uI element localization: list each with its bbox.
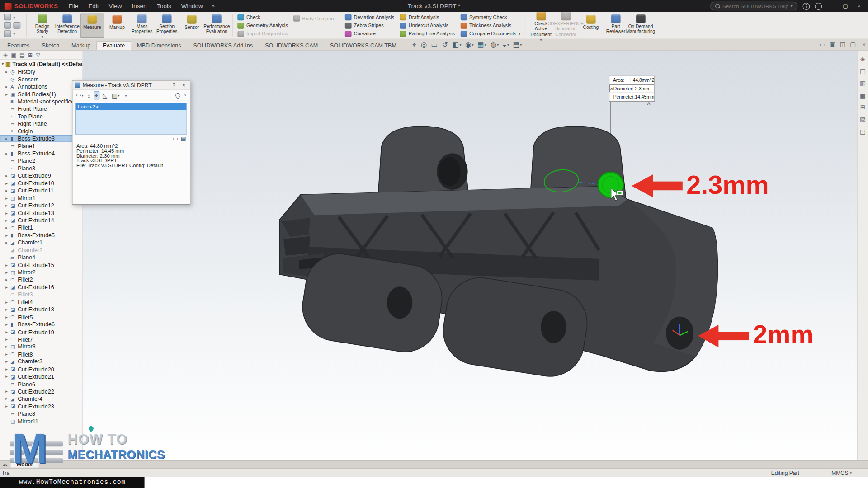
expand-arrow-icon[interactable]: ▸ — [5, 218, 10, 223]
tree-item[interactable]: ▸ ◪ Cut-Extrude21 — [0, 373, 82, 380]
pin-icon[interactable] — [175, 92, 182, 99]
view-tool-icon[interactable]: ↺ — [442, 42, 448, 48]
view-tool-icon[interactable]: ▦▾ — [477, 42, 486, 48]
task-pane-icon[interactable]: ▧ — [860, 116, 866, 123]
ribbon-button[interactable]: Mass Properties — [130, 13, 154, 38]
ribbon-small-button[interactable]: Symmetry Check — [460, 14, 520, 21]
view-tool-icon[interactable]: ▤▾ — [513, 42, 522, 48]
tree-item[interactable]: ⌖ Origin — [0, 127, 82, 135]
maximize-button[interactable]: ▢ — [841, 0, 850, 12]
tree-toolbar-icon[interactable]: ▤ — [19, 52, 25, 58]
measure-tool-icon[interactable]: ▥▾ — [111, 91, 121, 99]
ribbon-button[interactable]: Section Properties — [155, 13, 179, 38]
window-layout-icon[interactable]: ▭ — [820, 41, 826, 48]
expand-arrow-icon[interactable]: ▸ — [5, 300, 10, 305]
callout-collapse-icon[interactable]: ^ — [647, 101, 650, 107]
command-tab[interactable]: Evaluate — [97, 41, 131, 51]
expand-arrow-icon[interactable]: ▸ — [5, 240, 10, 245]
ribbon-small-button[interactable]: Body Compare — [293, 15, 335, 22]
expand-arrow-icon[interactable]: ▸ — [5, 404, 10, 409]
save-icon[interactable] — [13, 22, 20, 29]
tree-item[interactable]: ▱ Plane3 — [0, 165, 82, 172]
measure-tool-icon[interactable]: ◠▾ — [75, 91, 85, 99]
expand-arrow-icon[interactable]: ▸ — [5, 396, 10, 401]
expand-arrow-icon[interactable]: ▸ — [5, 69, 10, 74]
close-button[interactable]: × — [855, 0, 864, 12]
command-tab[interactable]: Features — [1, 41, 36, 51]
expand-arrow-icon[interactable]: ▸ — [5, 181, 10, 186]
ribbon-small-button[interactable]: Geometry Analysis — [237, 22, 288, 29]
tree-item[interactable]: ▸ ◢ Chamfer1 — [0, 239, 82, 246]
command-tab[interactable]: SOLIDWORKS CAM TBM — [324, 41, 403, 51]
ribbon-button[interactable]: Measure — [80, 13, 104, 38]
ribbon-small-button[interactable]: Draft Analysis — [400, 14, 455, 21]
dialog-help-icon[interactable]: ? — [170, 82, 178, 88]
ribbon-button[interactable]: Design Study ▾ — [30, 13, 54, 38]
expand-arrow-icon[interactable]: ▸ — [5, 151, 10, 156]
expand-arrow-icon[interactable]: ▸ — [5, 211, 10, 216]
tree-item[interactable]: ▱ Front Plane — [0, 105, 82, 113]
expand-arrow-icon[interactable]: ▸ — [5, 233, 10, 238]
expand-arrow-icon[interactable]: ▸ — [5, 203, 10, 208]
expand-arrow-icon[interactable]: ▸ — [5, 136, 10, 141]
expand-arrow-icon[interactable]: ▸ — [5, 329, 10, 334]
tab-scroll-arrows[interactable]: ◂ ▸ — [0, 463, 10, 468]
view-tool-icon[interactable]: ◎ — [421, 42, 428, 48]
ribbon-small-button[interactable]: Check — [237, 14, 288, 21]
tree-item[interactable]: ▸ ◪ Cut-Extrude13 — [0, 209, 82, 216]
selected-entity[interactable]: Face<2> — [76, 103, 187, 110]
task-pane-icon[interactable]: ◰ — [860, 128, 866, 136]
tree-item[interactable]: ▸ ◪ Cut-Extrude11 — [0, 187, 82, 194]
account-icon[interactable] — [815, 3, 822, 10]
menu-item[interactable]: Window — [176, 0, 208, 12]
expand-arrow-icon[interactable]: ▸ — [5, 322, 10, 327]
ribbon-button[interactable]: On Demand Manufacturing — [629, 13, 653, 38]
expand-arrow-icon[interactable]: ▾ — [2, 61, 4, 66]
task-pane-icon[interactable]: ▤ — [860, 67, 866, 75]
tree-item[interactable]: ▸ ◠ Fillet7 — [0, 336, 82, 343]
menu-item[interactable]: Tools — [152, 0, 176, 12]
command-tab[interactable]: SOLIDWORKS Add-Ins — [187, 41, 259, 51]
ribbon-small-button[interactable]: Zebra Stripes — [345, 22, 394, 29]
expand-arrow-icon[interactable]: ▸ — [5, 344, 10, 349]
view-tab[interactable]: Model — [10, 461, 39, 468]
ribbon-button[interactable]: Performance Evaluation — [205, 13, 229, 38]
view-tool-icon[interactable]: ◒▾ — [503, 42, 509, 48]
menu-item[interactable]: Insert — [127, 0, 152, 12]
ribbon-button[interactable]: 3DEXPERIENCE Simulation Connector — [554, 10, 578, 41]
expand-arrow-icon[interactable]: ▸ — [5, 285, 10, 290]
tree-item[interactable]: ▱ Right Plane — [0, 120, 82, 127]
expand-arrow-icon[interactable]: ▸ — [5, 314, 10, 319]
tree-item[interactable]: ▸ ◪ Cut-Extrude16 — [0, 284, 82, 291]
tree-item[interactable]: ≡ Material <not specified> — [0, 98, 82, 105]
expand-arrow-icon[interactable]: ▸ — [5, 174, 10, 178]
search-caret-icon[interactable]: ▾ — [791, 4, 793, 9]
tree-item[interactable]: ▸ ▮ Boss-Extrude6 — [0, 321, 82, 328]
tree-item[interactable]: ▸ ◠ Fillet5 — [0, 314, 82, 321]
expand-arrow-icon[interactable]: ▸ — [5, 270, 10, 275]
search-input[interactable] — [722, 3, 788, 9]
expand-arrow-icon[interactable]: ▸ — [5, 352, 10, 357]
ribbon-small-button[interactable]: Deviation Analysis — [345, 14, 394, 21]
measure-tool-icon[interactable]: ◺ — [101, 91, 108, 99]
tree-toolbar-icon[interactable]: ◈ — [3, 52, 7, 58]
tree-item[interactable]: ▸ ◪ Cut-Extrude15 — [0, 261, 82, 268]
tree-item[interactable]: ▸ ◫ Mirror2 — [0, 269, 82, 276]
ribbon-button[interactable]: Part Reviewer — [604, 13, 628, 38]
tree-item[interactable]: ▸ ◢ Chamfer4 — [0, 395, 82, 403]
measure-option-icon[interactable]: ▭ — [173, 136, 178, 141]
ribbon-button[interactable]: Costing — [579, 13, 603, 38]
window-layout-icon[interactable]: ▢ — [850, 41, 856, 48]
view-tool-icon[interactable]: ◍▾ — [490, 42, 499, 48]
ribbon-button[interactable]: Interference Detection — [55, 13, 79, 38]
tree-item[interactable]: ▸ ◪ Cut-Extrude9 — [0, 172, 82, 179]
tree-item[interactable]: ▸ ◠ Fillet2 — [0, 276, 82, 283]
ribbon-button[interactable]: Markup — [105, 13, 129, 38]
expand-arrow-icon[interactable]: ▸ — [5, 84, 10, 89]
tree-item[interactable]: ▸ ◷ History — [0, 68, 82, 75]
tree-item[interactable]: ▸ ◫ Mirror1 — [0, 194, 82, 202]
tree-item[interactable]: ▸ ▣ Solid Bodies(1) — [0, 90, 82, 98]
measure-option-icon[interactable]: ▤ — [181, 136, 186, 141]
expand-arrow-icon[interactable]: ▸ — [5, 277, 10, 282]
print-icon[interactable] — [4, 22, 11, 29]
